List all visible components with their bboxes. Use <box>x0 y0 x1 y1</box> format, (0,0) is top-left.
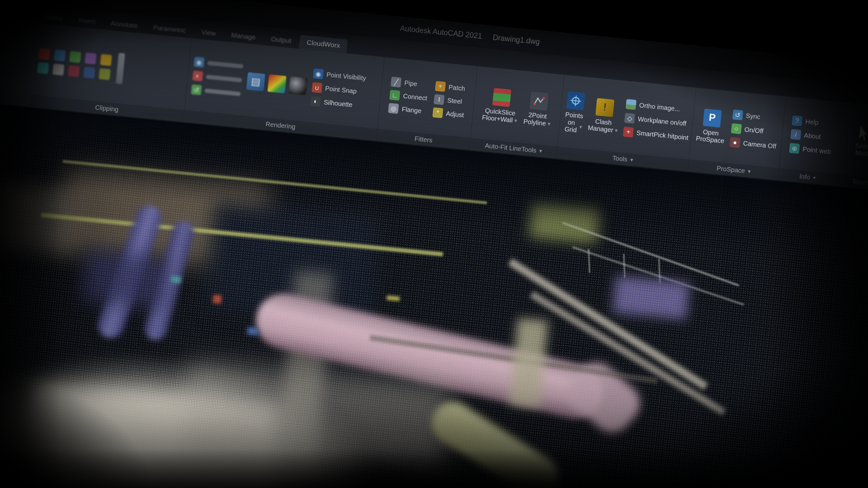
pipe-icon: ╱ <box>391 76 402 88</box>
onoff-button[interactable]: ○ On/Off <box>731 123 778 138</box>
select-mode-button[interactable]: Select Mode <box>854 125 868 158</box>
slice-tool-icon[interactable] <box>116 53 125 84</box>
adjust-icon: * <box>432 107 443 118</box>
2point-polyline-icon <box>530 91 549 110</box>
quickslice-icon <box>492 88 511 107</box>
regen-icon: ◉ <box>194 57 205 67</box>
open-prospace-button[interactable]: P Open ProSpace <box>695 108 727 144</box>
point-snap-button[interactable]: ∪ Point Snap <box>312 82 365 97</box>
sphere-render-icon[interactable] <box>289 76 308 95</box>
monitor-screen: Autodesk AutoCAD 2021 Drawing1.dwg Home … <box>0 0 868 488</box>
clip-yellow-icon[interactable] <box>100 54 112 66</box>
sync-button[interactable]: ↺ Sync <box>732 109 779 124</box>
camera-off-button[interactable]: ● Camera Off <box>730 137 777 152</box>
patch-icon: + <box>435 81 446 92</box>
dropdown-icon: ▾ <box>579 124 582 130</box>
select-cursor-icon <box>859 125 868 141</box>
document-title: Drawing1.dwg <box>492 33 540 46</box>
patch-button[interactable]: + Patch <box>435 81 467 94</box>
power-icon: ○ <box>731 123 742 134</box>
camera-photo-of-monitor: Autodesk AutoCAD 2021 Drawing1.dwg Home … <box>0 0 868 488</box>
panel-dropdown-icon: ▾ <box>748 168 751 175</box>
camera-icon: ● <box>730 137 740 148</box>
point-web-button[interactable]: ⊕ Point web <box>789 143 831 157</box>
panel-dropdown-icon: ▾ <box>813 174 816 182</box>
rendering-big-icons: ▤ <box>246 72 308 95</box>
ribbon-panel-clipping: Clipping <box>29 23 191 122</box>
silhouette-button[interactable]: ◐ Silhouette <box>310 96 364 111</box>
refresh-icon: ↺ <box>191 84 202 95</box>
blurred-label <box>206 74 242 82</box>
clip-teal-icon[interactable] <box>37 62 49 74</box>
point-snap-icon: ∪ <box>312 82 322 93</box>
clip-green-icon[interactable] <box>69 51 81 63</box>
clip-red-icon[interactable] <box>38 48 51 60</box>
blurred-label <box>205 89 241 96</box>
ribbon-panel-tools: Points on Grid▾ ! Clash Manager▾ <box>556 74 696 171</box>
about-icon: i <box>790 129 802 140</box>
about-button[interactable]: i About <box>790 129 833 143</box>
help-button[interactable]: ? Help <box>792 115 834 129</box>
2point-polyline-button[interactable]: 2Point Polyline▾ <box>523 91 554 128</box>
smartpick-icon: + <box>623 127 634 137</box>
open-prospace-icon: P <box>703 108 722 128</box>
app-title: Autodesk AutoCAD 2021 <box>400 24 483 41</box>
workplane-button[interactable]: ◇ Workplane on/off <box>624 112 690 129</box>
dropdown-icon: ▾ <box>514 118 517 124</box>
ribbon-panel-prospace: P Open ProSpace ↺ Sync ○ On/O <box>688 88 786 181</box>
points-on-grid-button[interactable]: Points on Grid▾ <box>563 91 585 134</box>
rendering-tool-3[interactable]: ↺ <box>191 84 241 99</box>
clip-grey-icon[interactable] <box>52 63 64 75</box>
clip-blue-icon[interactable] <box>54 50 66 61</box>
clip-purple-icon[interactable] <box>85 52 97 64</box>
help-icon: ? <box>792 115 803 126</box>
flange-button[interactable]: ◎ Flange <box>388 103 426 117</box>
rendering-tool-1[interactable]: ◉ <box>194 57 244 71</box>
rendering-stack-tools: ◉ ◐ ↺ <box>191 57 244 99</box>
sync-icon: ↺ <box>732 109 743 120</box>
ribbon-panel-info: ? Help i About ⊕ Point web <box>778 97 844 186</box>
points-on-grid-icon <box>566 91 585 110</box>
clash-manager-icon: ! <box>595 98 615 117</box>
blurred-label <box>207 61 244 68</box>
reset-icon: ◐ <box>192 70 203 82</box>
connect-icon: ∟ <box>390 90 400 101</box>
ortho-image-icon <box>625 99 637 110</box>
panel-dropdown-icon: ▾ <box>630 156 633 163</box>
dropdown-icon: ▾ <box>615 127 618 134</box>
colormap-icon[interactable] <box>268 74 286 93</box>
pipe-button[interactable]: ╱ Pipe <box>391 76 429 90</box>
workplane-icon: ◇ <box>624 112 635 124</box>
panel-dropdown-icon: ▾ <box>539 148 542 155</box>
clip-navy-icon[interactable] <box>83 66 95 78</box>
flange-icon: ◎ <box>388 103 399 114</box>
smartpick-button[interactable]: + SmartPick hitpoint <box>623 127 689 143</box>
dropdown-icon: ▾ <box>547 121 551 127</box>
ribbon-panel-autofit: QuickSlice Floor+Wall▾ 2Point Polyline▾ <box>469 66 564 159</box>
globe-icon: ⊕ <box>789 143 800 154</box>
cloud-view-icon[interactable]: ▤ <box>246 72 266 91</box>
connect-button[interactable]: ∟ Connect <box>390 90 428 103</box>
clip-maroon-icon[interactable] <box>68 65 80 77</box>
point-visibility-button[interactable]: ◉ Point Visibility <box>313 68 367 84</box>
clash-manager-button[interactable]: ! Clash Manager▾ <box>588 97 621 134</box>
silhouette-icon: ◐ <box>310 96 321 107</box>
point-visibility-icon: ◉ <box>313 68 324 79</box>
steel-icon: I <box>434 94 445 105</box>
steel-button[interactable]: I Steel <box>434 94 466 107</box>
clip-olive-icon[interactable] <box>99 68 111 80</box>
adjust-button[interactable]: * Adjust <box>432 107 464 120</box>
ortho-image-button[interactable]: Ortho image... <box>625 99 691 116</box>
quickslice-button[interactable]: QuickSlice Floor+Wall▾ <box>482 87 520 124</box>
clipping-tools-icons[interactable] <box>37 48 113 80</box>
rendering-tool-2[interactable]: ◐ <box>192 70 242 85</box>
ribbon-panel-fitters: ╱ Pipe + Patch ∟ Connect I <box>376 57 477 150</box>
